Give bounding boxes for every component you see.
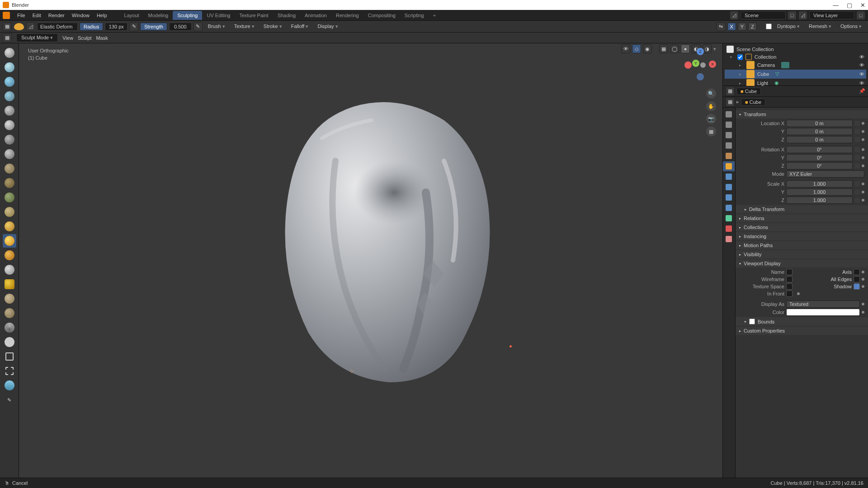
tool-thumb[interactable] xyxy=(3,263,16,277)
tab-texturepaint[interactable]: Texture Paint xyxy=(235,11,273,20)
select-vis-icon[interactable]: 👁 xyxy=(621,44,630,53)
tool-elastic[interactable] xyxy=(3,234,16,248)
close-button[interactable]: ✕ xyxy=(860,2,865,9)
tool-smooth[interactable] xyxy=(3,147,16,161)
tri-icon[interactable]: ▸ xyxy=(739,63,744,67)
keyframe-icon[interactable] xyxy=(862,122,864,125)
crumb-obj[interactable]: ■ Cube xyxy=(736,88,761,95)
displayas-value[interactable]: Textured xyxy=(786,300,860,308)
keyframe-icon[interactable] xyxy=(862,183,864,185)
panel-collections[interactable]: ▸Collections xyxy=(736,223,868,231)
tool-layer[interactable] xyxy=(3,89,16,103)
sculpt-menu[interactable]: Sculpt xyxy=(78,35,92,41)
tab-uvediting[interactable]: UV Editing xyxy=(202,11,235,20)
tool-claystrips[interactable] xyxy=(3,75,16,89)
keyframe-icon[interactable] xyxy=(862,285,864,288)
panel-motionpaths[interactable]: ▸Motion Paths xyxy=(736,241,868,249)
gizmo-icon[interactable]: ◇ xyxy=(632,44,641,53)
zoom-icon[interactable]: 🔍 xyxy=(706,89,716,99)
sym-y[interactable]: Y xyxy=(738,23,746,31)
keyframe-icon[interactable] xyxy=(862,148,864,151)
tool-mask[interactable] xyxy=(3,335,16,349)
tool-inflate[interactable] xyxy=(3,104,16,117)
tab-sculpting[interactable]: Sculpting xyxy=(173,11,202,20)
tool-boxhide[interactable] xyxy=(3,364,16,378)
radius-value[interactable]: 130 px xyxy=(105,23,127,31)
scale-x[interactable]: 1.000 xyxy=(786,180,853,188)
rot-x[interactable]: 0° xyxy=(786,146,853,153)
pin-icon[interactable]: 📌 xyxy=(859,88,865,94)
pan-icon[interactable]: ✋ xyxy=(706,101,716,111)
radius-pressure-icon[interactable]: ✎ xyxy=(129,22,138,31)
keyframe-icon[interactable] xyxy=(862,191,864,193)
outliner-camera[interactable]: Camera xyxy=(757,62,775,68)
camera-icon[interactable]: 📷 xyxy=(706,114,716,124)
panel-viewportdisplay[interactable]: ▾Viewport Display xyxy=(736,259,868,267)
tool-fill[interactable] xyxy=(3,176,16,190)
keyframe-icon[interactable] xyxy=(862,130,864,133)
props-editor-icon[interactable]: ▦ xyxy=(726,87,735,96)
dyntopo-check[interactable] xyxy=(766,23,772,29)
vd-name-check[interactable] xyxy=(786,269,793,275)
outliner-cube[interactable]: Cube xyxy=(757,71,769,77)
keyframe-icon[interactable] xyxy=(862,164,864,167)
tool-nudge[interactable] xyxy=(3,292,16,305)
xray-icon[interactable]: ▦ xyxy=(659,44,668,53)
texture-dropdown[interactable]: Texture xyxy=(231,23,258,30)
rot-y[interactable]: 0° xyxy=(786,154,853,161)
ptab-object[interactable] xyxy=(723,161,735,171)
sym-icon[interactable]: ⇋ xyxy=(717,22,726,31)
tab-modeling[interactable]: Modeling xyxy=(144,11,173,20)
vd-infront-check[interactable] xyxy=(786,291,793,297)
tool-draw[interactable] xyxy=(3,46,16,60)
vd-tex-check[interactable] xyxy=(786,283,793,290)
keyframe-icon[interactable] xyxy=(862,311,864,314)
eye-icon[interactable]: 👁 xyxy=(859,54,864,60)
tool-scrape[interactable] xyxy=(3,191,16,204)
axis-z[interactable]: Z xyxy=(697,48,704,55)
crumb-data[interactable]: ■ Cube xyxy=(741,99,765,106)
stroke-dropdown[interactable]: Stroke xyxy=(260,23,286,30)
tool-grab[interactable] xyxy=(3,220,16,233)
sym-x[interactable]: X xyxy=(727,23,736,31)
tool-snakehook[interactable] xyxy=(3,249,16,262)
panel-transform[interactable]: ▾Transform xyxy=(736,110,868,118)
tab-rendering[interactable]: Rendering xyxy=(331,11,363,20)
axis-y[interactable]: Y xyxy=(692,60,699,67)
tab-compositing[interactable]: Compositing xyxy=(363,11,400,20)
ptab-data[interactable] xyxy=(723,213,735,223)
rot-z[interactable]: 0° xyxy=(786,162,853,169)
wire-shading-icon[interactable]: ◯ xyxy=(670,44,679,53)
strength-value[interactable]: 0.500 xyxy=(169,23,192,31)
nav-gizmo[interactable]: Z Y X xyxy=(684,48,716,80)
scene-new-icon[interactable]: □ xyxy=(788,11,797,20)
keyframe-icon[interactable] xyxy=(797,292,800,295)
ptab-particle[interactable] xyxy=(723,182,735,192)
editor-type-icon[interactable]: ▦ xyxy=(3,22,12,31)
color-value[interactable] xyxy=(786,309,860,316)
vd-wire-check[interactable] xyxy=(786,276,793,282)
overlays-icon[interactable]: ◉ xyxy=(643,44,652,53)
panel-customprops[interactable]: ▸Custom Properties xyxy=(736,327,868,335)
panel-bounds[interactable]: ▸ Bounds xyxy=(736,317,868,326)
maximize-button[interactable]: ▢ xyxy=(847,2,852,9)
editor-icon[interactable]: ▦ xyxy=(3,33,12,42)
eye-icon[interactable]: 👁 xyxy=(859,62,864,68)
vd-shadow-check[interactable] xyxy=(854,283,860,290)
lock-icon[interactable] xyxy=(854,121,860,126)
outliner-collection[interactable]: Collection xyxy=(755,54,776,60)
menu-file[interactable]: File xyxy=(14,13,29,18)
viewlayer-new-icon[interactable]: □ xyxy=(856,11,865,20)
axis-neg-z[interactable] xyxy=(697,73,704,80)
tool-simplify[interactable] xyxy=(3,321,16,334)
tool-annotate[interactable]: ✎ xyxy=(3,393,16,407)
radius-label[interactable]: Radius xyxy=(80,23,103,31)
tool-crease[interactable] xyxy=(3,133,16,146)
panel-relations[interactable]: ▸Relations xyxy=(736,214,868,222)
vd-axis-check[interactable] xyxy=(854,269,860,275)
falloff-dropdown[interactable]: Falloff xyxy=(288,23,312,30)
vd-edges-check[interactable] xyxy=(854,276,860,282)
tool-meshfilter[interactable] xyxy=(3,379,16,392)
loc-z[interactable]: 0 m xyxy=(786,136,853,143)
keyframe-icon[interactable] xyxy=(862,271,864,273)
